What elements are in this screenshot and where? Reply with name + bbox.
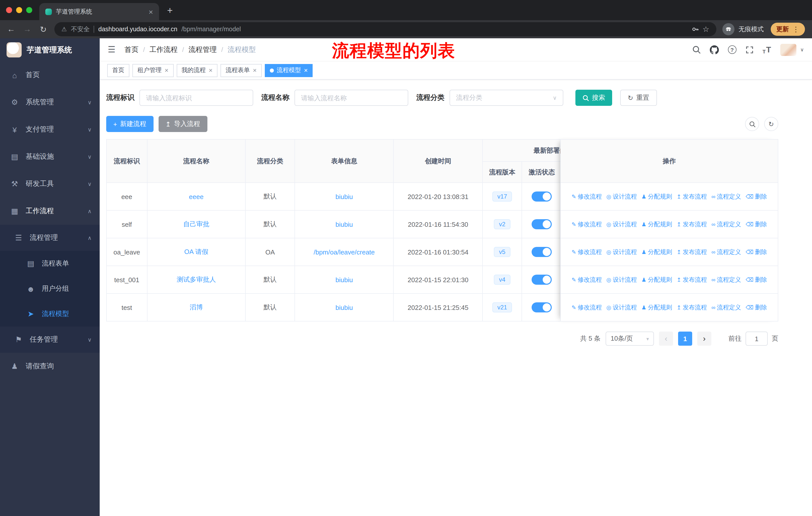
goto-page-input[interactable] xyxy=(746,332,768,346)
active-toggle[interactable] xyxy=(532,275,552,285)
window-close-button[interactable] xyxy=(6,7,12,13)
action-publish-link[interactable]: ↥发布流程 xyxy=(676,220,707,228)
form-info-link[interactable]: biubiu xyxy=(336,276,353,283)
search-button[interactable]: 搜索 xyxy=(575,90,612,106)
tag-process-form[interactable]: 流程表单 × xyxy=(221,64,262,77)
new-tab-button[interactable]: + xyxy=(167,5,173,16)
action-design-link[interactable]: ◎设计流程 xyxy=(606,303,637,312)
sidebar-item-infrastructure[interactable]: ▤ 基础设施 ∨ xyxy=(0,143,100,170)
active-toggle[interactable] xyxy=(532,191,552,201)
action-delete-link[interactable]: ⌫删除 xyxy=(746,220,767,228)
breadcrumb-workflow[interactable]: 工作流程 xyxy=(149,45,178,54)
action-definition-link[interactable]: ∞流程定义 xyxy=(712,275,741,284)
tag-my-process[interactable]: 我的流程 × xyxy=(176,64,218,77)
incognito-badge[interactable]: 无痕模式 xyxy=(722,23,764,35)
sidebar-item-process-model[interactable]: ➤ 流程模型 xyxy=(0,301,100,327)
form-info-link[interactable]: /bpm/oa/leave/create xyxy=(314,248,375,256)
action-delete-link[interactable]: ⌫删除 xyxy=(746,192,767,201)
action-modify-link[interactable]: ✎修改流程 xyxy=(572,220,602,228)
action-definition-link[interactable]: ∞流程定义 xyxy=(712,192,741,201)
action-design-link[interactable]: ◎设计流程 xyxy=(606,192,637,201)
close-icon[interactable]: × xyxy=(209,66,212,74)
action-publish-link[interactable]: ↥发布流程 xyxy=(676,248,707,256)
action-design-link[interactable]: ◎设计流程 xyxy=(606,220,637,228)
tag-home[interactable]: 首页 xyxy=(107,64,129,77)
action-assign-link[interactable]: ♟分配规则 xyxy=(641,275,672,284)
sidebar-logo[interactable]: 芋道管理系统 xyxy=(0,38,100,61)
address-bar[interactable]: ⚠ 不安全 dashboard.yudao.iocoder.cn/bpm/man… xyxy=(54,22,716,36)
action-delete-link[interactable]: ⌫删除 xyxy=(746,275,767,284)
tag-process-model[interactable]: 流程模型 × xyxy=(265,64,313,77)
action-delete-link[interactable]: ⌫删除 xyxy=(746,303,767,312)
fullscreen-icon[interactable] xyxy=(746,46,754,54)
close-icon[interactable]: × xyxy=(304,66,308,74)
action-modify-link[interactable]: ✎修改流程 xyxy=(572,275,602,284)
page-size-select[interactable]: 10条/页 ▾ xyxy=(606,332,654,346)
action-assign-link[interactable]: ♟分配规则 xyxy=(641,248,672,256)
process-name-link[interactable]: OA 请假 xyxy=(184,248,208,255)
process-key-input[interactable] xyxy=(140,90,253,106)
sidebar-item-payment[interactable]: ¥ 支付管理 ∨ xyxy=(0,116,100,143)
action-definition-link[interactable]: ∞流程定义 xyxy=(712,303,741,312)
process-name-link[interactable]: 测试多审批人 xyxy=(177,276,216,283)
toggle-search-button[interactable] xyxy=(745,117,759,131)
action-modify-link[interactable]: ✎修改流程 xyxy=(572,248,602,256)
bookmark-star-icon[interactable]: ☆ xyxy=(702,25,709,34)
search-icon[interactable] xyxy=(692,45,701,54)
update-button[interactable]: 更新 ⋮ xyxy=(771,23,805,36)
tag-tenant-management[interactable]: 租户管理 × xyxy=(133,64,173,77)
user-avatar[interactable] xyxy=(780,44,796,56)
action-assign-link[interactable]: ♟分配规则 xyxy=(641,220,672,228)
active-toggle[interactable] xyxy=(532,219,552,229)
font-size-icon[interactable]: TT xyxy=(763,45,771,54)
create-process-button[interactable]: + 新建流程 xyxy=(106,116,153,132)
refresh-table-button[interactable]: ↻ xyxy=(764,117,778,131)
breadcrumb-process-management[interactable]: 流程管理 xyxy=(188,45,217,54)
process-name-input[interactable] xyxy=(294,90,408,106)
form-info-link[interactable]: biubiu xyxy=(336,304,353,311)
action-publish-link[interactable]: ↥发布流程 xyxy=(676,275,707,284)
process-name-link[interactable]: eeee xyxy=(189,193,204,200)
sidebar-item-system[interactable]: ⚙ 系统管理 ∨ xyxy=(0,89,100,116)
sidebar-item-process-management[interactable]: ☰ 流程管理 ∧ xyxy=(0,225,100,251)
key-icon[interactable] xyxy=(691,26,698,33)
page-number-button[interactable]: 1 xyxy=(678,332,692,346)
back-button[interactable]: ← xyxy=(6,25,16,34)
action-delete-link[interactable]: ⌫删除 xyxy=(746,248,767,256)
kebab-menu-icon[interactable]: ⋮ xyxy=(792,25,800,33)
form-info-link[interactable]: biubiu xyxy=(336,193,353,200)
close-icon[interactable]: × xyxy=(165,66,168,74)
reset-button[interactable]: ↻ 重置 xyxy=(620,90,657,106)
active-toggle[interactable] xyxy=(532,302,552,313)
tab-close-icon[interactable]: × xyxy=(148,7,153,16)
action-publish-link[interactable]: ↥发布流程 xyxy=(676,192,707,201)
next-page-button[interactable]: › xyxy=(697,332,711,346)
sidebar-item-task-management[interactable]: ⚑ 任务管理 ∨ xyxy=(0,327,100,353)
action-assign-link[interactable]: ♟分配规则 xyxy=(641,303,672,312)
close-icon[interactable]: × xyxy=(253,66,257,74)
sidebar-item-workflow[interactable]: ▦ 工作流程 ∧ xyxy=(0,197,100,225)
browser-tab[interactable]: 芋道管理系统 × xyxy=(39,3,159,20)
sidebar-item-devtools[interactable]: ⚒ 研发工具 ∨ xyxy=(0,170,100,197)
sidebar-collapse-icon[interactable]: ☰ xyxy=(108,44,116,55)
forward-button[interactable]: → xyxy=(22,25,32,34)
action-design-link[interactable]: ◎设计流程 xyxy=(606,275,637,284)
action-definition-link[interactable]: ∞流程定义 xyxy=(712,220,741,228)
form-info-link[interactable]: biubiu xyxy=(336,220,353,228)
action-assign-link[interactable]: ♟分配规则 xyxy=(641,192,672,201)
category-select[interactable]: 流程分类 ∨ xyxy=(450,90,563,106)
sidebar-item-user-group[interactable]: ☻ 用户分组 xyxy=(0,276,100,301)
active-toggle[interactable] xyxy=(532,247,552,257)
process-name-link[interactable]: 滔博 xyxy=(190,303,203,311)
help-icon[interactable]: ? xyxy=(728,45,736,54)
prev-page-button[interactable]: ‹ xyxy=(659,332,673,346)
action-publish-link[interactable]: ↥发布流程 xyxy=(676,303,707,312)
window-zoom-button[interactable] xyxy=(26,7,32,13)
action-definition-link[interactable]: ∞流程定义 xyxy=(712,248,741,256)
action-modify-link[interactable]: ✎修改流程 xyxy=(572,303,602,312)
process-name-link[interactable]: 自己审批 xyxy=(183,220,209,228)
action-design-link[interactable]: ◎设计流程 xyxy=(606,248,637,256)
sidebar-item-home[interactable]: ⌂ 首页 xyxy=(0,61,100,89)
import-process-button[interactable]: ↥ 导入流程 xyxy=(158,116,207,132)
action-modify-link[interactable]: ✎修改流程 xyxy=(572,192,602,201)
